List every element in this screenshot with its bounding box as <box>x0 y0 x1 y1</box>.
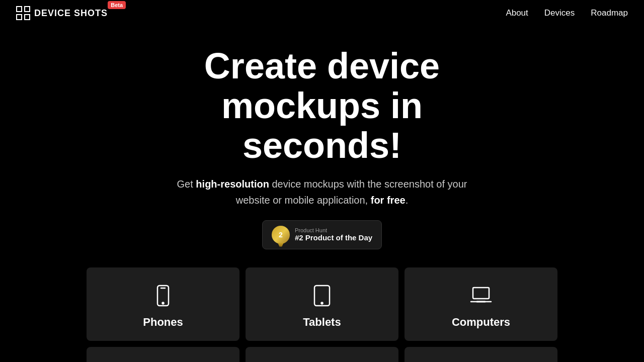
computers-label: Computers <box>452 316 510 329</box>
logo-text: DEVICE SHOTS <box>34 8 108 19</box>
logo-area: DEVICE SHOTS Beta <box>16 6 108 20</box>
svg-rect-0 <box>17 7 22 12</box>
nav-roadmap[interactable]: Roadmap <box>591 8 628 18</box>
ph-medal-number: 2 <box>279 231 283 239</box>
ph-text-area: Product Hunt #2 Product of the Day <box>295 227 372 242</box>
main-nav: About Devices Roadmap <box>506 8 628 18</box>
hero-title-line1: Create device <box>204 46 440 86</box>
device-card-smart-home[interactable]: Smart Home <box>405 347 557 362</box>
phone-icon <box>151 284 175 308</box>
nav-devices[interactable]: Devices <box>544 8 575 18</box>
header: DEVICE SHOTS Beta About Devices Roadmap <box>0 0 644 26</box>
laptop-icon <box>469 284 493 308</box>
nav-about[interactable]: About <box>506 8 528 18</box>
device-card-monitors[interactable]: Monitors <box>87 347 239 362</box>
hero-subtitle-bold2: for free <box>371 195 406 206</box>
svg-point-8 <box>321 302 323 304</box>
hero-title: Create device mockups in seconds! <box>10 46 634 166</box>
hero-subtitle: Get high-resolution device mockups with … <box>161 176 483 208</box>
ph-rank: #2 Product of the Day <box>295 233 372 242</box>
logo-icon <box>16 6 30 20</box>
svg-rect-2 <box>17 15 22 20</box>
hero-title-line2: mockups in <box>221 85 423 126</box>
hero-subtitle-bold1: high-resolution <box>196 178 269 190</box>
device-card-smartwatches[interactable]: Smartwatches <box>246 347 398 362</box>
device-card-computers[interactable]: Computers <box>405 267 557 341</box>
ph-label: Product Hunt <box>295 227 372 233</box>
device-card-tablets[interactable]: Tablets <box>246 267 398 341</box>
tablets-label: Tablets <box>303 316 341 329</box>
product-hunt-badge[interactable]: 2 Product Hunt #2 Product of the Day <box>262 220 382 249</box>
svg-rect-1 <box>25 7 30 12</box>
hero-title-line3: seconds! <box>243 125 401 165</box>
device-card-phones[interactable]: Phones <box>87 267 239 341</box>
hero-section: Create device mockups in seconds! Get hi… <box>0 26 644 362</box>
ph-medal: 2 <box>272 226 290 244</box>
tablet-icon <box>310 284 334 308</box>
svg-point-5 <box>162 302 164 304</box>
device-grid: Phones Tablets Computers <box>70 267 574 362</box>
svg-rect-3 <box>25 15 30 20</box>
svg-rect-9 <box>473 288 489 299</box>
beta-badge: Beta <box>108 1 126 9</box>
phones-label: Phones <box>143 316 183 329</box>
